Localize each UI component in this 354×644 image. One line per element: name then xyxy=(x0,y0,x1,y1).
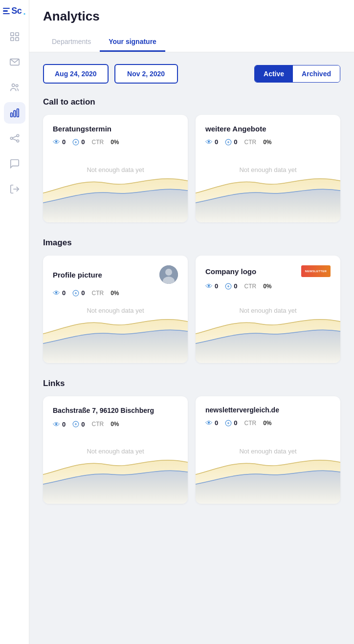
date-end-button[interactable]: Nov 2, 2020 xyxy=(114,64,178,84)
toggle-active-button[interactable]: Active xyxy=(255,65,293,82)
eye-icon: 👁 xyxy=(205,138,213,146)
ctr-label: CTR xyxy=(91,421,104,428)
click-icon xyxy=(225,283,232,290)
card-profile-picture: Profile picture 👁 0 xyxy=(43,256,188,363)
svg-point-12 xyxy=(17,140,19,142)
views-count: 0 xyxy=(215,419,218,427)
tab-departments[interactable]: Departments xyxy=(43,33,100,52)
company-logo-thumb: NEWSLETTER xyxy=(301,265,331,277)
app-logo: Sc . xyxy=(3,6,26,16)
eye-icon: 👁 xyxy=(53,138,60,146)
no-data-label: Not enough data yet xyxy=(87,448,144,455)
analytics-icon xyxy=(9,107,20,118)
views-count: 0 xyxy=(62,421,66,428)
tab-your-signature[interactable]: Your signature xyxy=(100,33,165,52)
nav-analytics[interactable] xyxy=(4,102,25,124)
logo-text: Sc xyxy=(11,6,22,16)
click-icon xyxy=(225,139,232,146)
content-area: Aug 24, 2020 Nov 2, 2020 Active Archived… xyxy=(29,52,354,531)
date-start-button[interactable]: Aug 24, 2020 xyxy=(43,64,109,84)
card-title-beratungstermin: Beratungstermin xyxy=(53,125,178,133)
wave-chart xyxy=(196,154,340,222)
section-title-cta: Call to action xyxy=(43,97,340,107)
ctr-value: 0% xyxy=(111,421,119,428)
wave-chart xyxy=(43,154,188,222)
clicks-count: 0 xyxy=(234,419,237,427)
click-icon xyxy=(72,139,79,146)
chat-icon xyxy=(9,158,20,169)
nav-grid[interactable] xyxy=(4,26,25,47)
no-data-label: Not enough data yet xyxy=(239,307,296,314)
click-icon xyxy=(72,421,79,428)
nav-chat[interactable] xyxy=(4,153,25,174)
clicks-stat: 0 xyxy=(225,419,237,427)
svg-line-14 xyxy=(12,139,16,141)
cta-cards-grid: Beratungstermin 👁 0 0 CTR 0% xyxy=(43,115,340,222)
nav-connections[interactable] xyxy=(4,128,25,149)
views-stat: 👁 0 xyxy=(205,419,218,427)
ctr-label: CTR xyxy=(91,139,104,146)
wave-chart xyxy=(43,295,188,363)
connections-icon xyxy=(9,133,20,144)
views-count: 0 xyxy=(215,138,218,146)
views-stat: 👁 0 xyxy=(53,420,66,429)
nav-team[interactable] xyxy=(4,77,25,98)
no-data-label: Not enough data yet xyxy=(239,448,296,455)
card-stats-weitere: 👁 0 0 CTR 0% xyxy=(205,138,331,146)
page-header: Analytics Departments Your signature xyxy=(29,0,354,52)
eye-icon: 👁 xyxy=(205,282,213,290)
ctr-label: CTR xyxy=(244,139,256,146)
card-beratungstermin: Beratungstermin 👁 0 0 CTR 0% xyxy=(43,115,188,222)
section-title-links: Links xyxy=(43,379,340,388)
clicks-count: 0 xyxy=(81,138,85,146)
status-toggle: Active Archived xyxy=(254,65,340,83)
svg-rect-9 xyxy=(17,109,19,117)
card-title-profile: Profile picture xyxy=(53,265,178,284)
svg-point-6 xyxy=(16,85,18,87)
wave-chart xyxy=(196,435,340,504)
no-data-label: Not enough data yet xyxy=(87,166,144,173)
no-data-label: Not enough data yet xyxy=(87,307,144,314)
clicks-count: 0 xyxy=(234,138,237,146)
logo-dot: . xyxy=(23,6,26,16)
ctr-label: CTR xyxy=(244,420,256,427)
card-stats-logo: 👁 0 0 CTR 0% xyxy=(205,282,331,290)
section-title-images: Images xyxy=(43,238,340,248)
filter-row: Aug 24, 2020 Nov 2, 2020 Active Archived xyxy=(43,64,340,84)
card-title-bachstrasse: Bachstraße 7, 96120 Bischberg xyxy=(53,406,178,415)
grid-icon xyxy=(9,31,20,42)
card-weitere-angebote: weitere Angebote 👁 0 0 CTR 0% xyxy=(196,115,340,222)
svg-point-10 xyxy=(10,137,13,140)
exit-icon xyxy=(9,184,20,194)
links-cards-grid: Bachstraße 7, 96120 Bischberg 👁 0 0 CTR … xyxy=(43,396,340,504)
clicks-stat: 0 xyxy=(225,282,237,290)
call-to-action-section: Call to action Beratungstermin 👁 0 xyxy=(43,97,340,222)
views-stat: 👁 0 xyxy=(53,138,66,146)
team-icon xyxy=(9,82,20,93)
eye-icon: 👁 xyxy=(53,420,60,429)
clicks-count: 0 xyxy=(81,421,85,428)
toggle-archived-button[interactable]: Archived xyxy=(293,65,340,82)
logo-lines-icon xyxy=(3,8,10,15)
views-stat: 👁 0 xyxy=(205,138,218,146)
svg-rect-7 xyxy=(10,113,12,117)
sidebar: Sc . xyxy=(0,0,29,644)
ctr-label: CTR xyxy=(244,283,256,290)
views-count: 0 xyxy=(215,282,218,290)
card-title-newsletter: newslettervergleich.de xyxy=(205,406,331,414)
wave-chart xyxy=(43,435,188,504)
svg-point-19 xyxy=(165,269,172,276)
images-cards-grid: Profile picture 👁 0 xyxy=(43,256,340,363)
nav-mail[interactable] xyxy=(4,51,25,73)
images-section: Images Profile picture xyxy=(43,238,340,363)
svg-rect-2 xyxy=(10,38,13,41)
eye-icon: 👁 xyxy=(205,419,213,427)
svg-rect-8 xyxy=(14,110,16,117)
card-stats-bachstrasse: 👁 0 0 CTR 0% xyxy=(53,420,178,429)
card-newsletter: newslettervergleich.de 👁 0 0 CTR 0% xyxy=(196,396,340,504)
card-bachstrasse: Bachstraße 7, 96120 Bischberg 👁 0 0 CTR … xyxy=(43,396,188,504)
svg-rect-3 xyxy=(15,38,18,41)
nav-exit[interactable] xyxy=(4,178,25,200)
click-icon xyxy=(225,420,232,427)
ctr-value: 0% xyxy=(263,420,271,427)
